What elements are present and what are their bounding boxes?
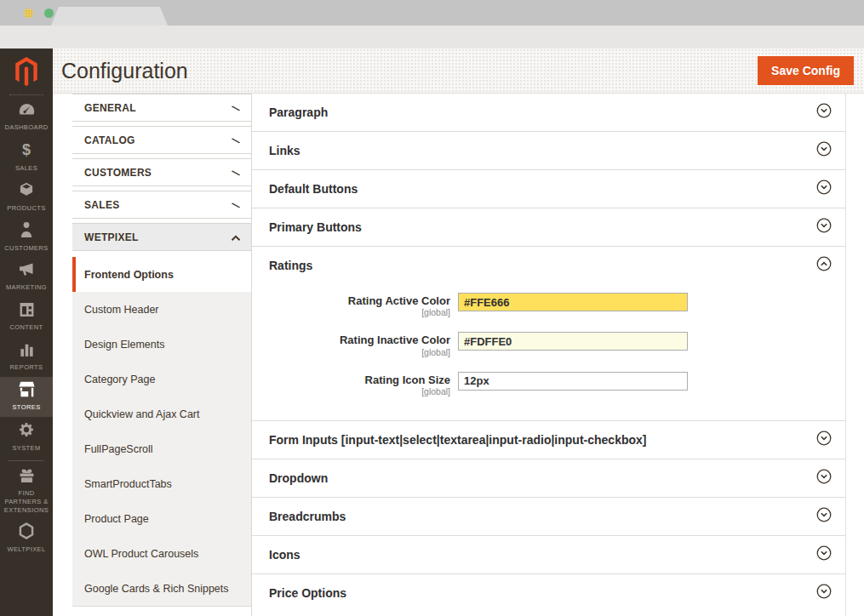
sidebar-item-label: CONTENT bbox=[9, 323, 43, 332]
weltpixel-icon bbox=[19, 522, 34, 543]
accordion-section: Icons bbox=[252, 536, 845, 574]
field-scope-label: [global] bbox=[269, 307, 450, 317]
accordion-header-default-buttons[interactable]: Default Buttons bbox=[252, 170, 845, 208]
sidebar-divider bbox=[9, 94, 43, 95]
accordion-section: Default Buttons bbox=[252, 170, 845, 208]
accordion-header-primary-buttons[interactable]: Primary Buttons bbox=[252, 208, 845, 246]
main-area: Configuration Save Config GENERALCATALOG… bbox=[53, 48, 864, 616]
field-label: Rating Active Color[global] bbox=[269, 293, 450, 317]
browser-chrome bbox=[0, 0, 864, 26]
accordion-header-breadcrumbs[interactable]: Breadcrumbs bbox=[252, 498, 845, 535]
config-nav-item-quickview-and-ajax-cart[interactable]: Quickview and Ajax Cart bbox=[72, 396, 251, 431]
chevron-up-icon bbox=[231, 230, 241, 245]
magento-admin: DASHBOARD$SALESPRODUCTSCUSTOMERSMARKETIN… bbox=[0, 48, 864, 616]
chevron-down-icon bbox=[231, 165, 241, 180]
sidebar-item-label: SYSTEM bbox=[12, 444, 40, 453]
accordion-title: Ratings bbox=[269, 259, 312, 272]
sidebar-item-label: FIND PARTNERS & EXTENSIONS bbox=[2, 489, 51, 515]
page-title: Configuration bbox=[61, 59, 188, 83]
config-nav-item-product-page[interactable]: Product Page bbox=[72, 501, 251, 536]
window-minimize-button[interactable] bbox=[24, 9, 33, 18]
chevron-down-icon bbox=[231, 197, 241, 213]
field-label-text: Rating Active Color bbox=[269, 295, 450, 307]
config-nav-item-design-elements[interactable]: Design Elements bbox=[72, 327, 251, 362]
field-scope-label: [global] bbox=[269, 386, 450, 396]
expand-circle-icon[interactable] bbox=[816, 507, 832, 526]
accordion-title: Form Inputs [input-text|select|textarea|… bbox=[269, 433, 646, 447]
field-input-rating-active-color[interactable] bbox=[458, 293, 688, 311]
accordion-section: Price Options bbox=[252, 574, 845, 612]
field-label-text: Rating Inactive Color bbox=[269, 334, 450, 346]
sidebar-item-find-partners[interactable]: FIND PARTNERS & EXTENSIONS bbox=[0, 465, 53, 518]
accordion-title: Breadcrumbs bbox=[269, 510, 346, 523]
collapse-circle-icon[interactable] bbox=[816, 256, 832, 275]
field-input-rating-icon-size[interactable] bbox=[458, 372, 688, 391]
save-config-button[interactable]: Save Config bbox=[758, 56, 854, 85]
sidebar-item-products[interactable]: PRODUCTS bbox=[0, 177, 53, 217]
form-field-row: Rating Inactive Color[global] bbox=[269, 332, 828, 356]
accordion-header-dropdown[interactable]: Dropdown bbox=[252, 459, 845, 497]
config-nav-item-owl-product-carousels[interactable]: OWL Product Carousels bbox=[72, 536, 251, 571]
workspace: GENERALCATALOGCUSTOMERSSALESWETPIXELFron… bbox=[53, 94, 864, 616]
page-header: Configuration Save Config bbox=[53, 48, 864, 94]
accordion-header-links[interactable]: Links bbox=[252, 132, 845, 169]
sidebar-item-stores[interactable]: STORES bbox=[0, 377, 53, 417]
config-nav-section-catalog[interactable]: CATALOG bbox=[72, 126, 251, 154]
accordion-header-ratings[interactable]: Ratings bbox=[252, 247, 845, 284]
accordion-header-paragraph[interactable]: Paragraph bbox=[252, 94, 845, 131]
config-nav-item-custom-header[interactable]: Custom Header bbox=[72, 292, 251, 327]
expand-circle-icon[interactable] bbox=[816, 218, 832, 237]
accordion-header-icons[interactable]: Icons bbox=[252, 536, 845, 573]
content-icon bbox=[19, 302, 35, 321]
config-nav-item-google-cards-rich-snippets[interactable]: Google Cards & Rich Snippets bbox=[72, 571, 251, 606]
sidebar-item-sales[interactable]: $SALES bbox=[0, 137, 53, 177]
magento-logo-icon[interactable] bbox=[0, 48, 53, 88]
expand-circle-icon[interactable] bbox=[816, 180, 832, 198]
browser-tab[interactable] bbox=[51, 7, 168, 26]
accordion-title: Links bbox=[269, 144, 300, 157]
accordion-section: Links bbox=[252, 132, 845, 170]
accordion-section: Paragraph bbox=[252, 94, 845, 132]
accordion-section: RatingsRating Active Color[global]Rating… bbox=[252, 247, 845, 421]
sidebar-item-system[interactable]: SYSTEM bbox=[0, 417, 53, 457]
config-nav-section-customers[interactable]: CUSTOMERS bbox=[72, 158, 251, 186]
field-label: Rating Icon Size[global] bbox=[269, 372, 450, 396]
expand-circle-icon[interactable] bbox=[816, 431, 832, 449]
accordion-title: Default Buttons bbox=[269, 182, 358, 196]
form-field-row: Rating Icon Size[global] bbox=[269, 372, 828, 396]
accordion-section: Form Inputs [input-text|select|textarea|… bbox=[252, 421, 845, 459]
expand-circle-icon[interactable] bbox=[816, 103, 832, 122]
config-nav-section-general[interactable]: GENERAL bbox=[72, 94, 251, 122]
config-nav-item-category-page[interactable]: Category Page bbox=[72, 362, 251, 396]
config-nav-item-smartproducttabs[interactable]: SmartProductTabs bbox=[72, 466, 251, 501]
chevron-down-icon bbox=[231, 100, 241, 116]
customers-icon bbox=[20, 221, 33, 242]
accordion-section: Primary Buttons bbox=[252, 208, 845, 247]
accordion-title: Price Options bbox=[269, 586, 346, 600]
accordion-header-price-options[interactable]: Price Options bbox=[252, 574, 845, 612]
config-nav-section-sales[interactable]: SALES bbox=[72, 191, 251, 219]
expand-circle-icon[interactable] bbox=[816, 584, 832, 602]
config-nav-item-fullpagescroll[interactable]: FullPageScroll bbox=[72, 431, 251, 466]
sidebar-item-customers[interactable]: CUSTOMERS bbox=[0, 217, 53, 257]
config-nav-item-frontend-options[interactable]: Frontend Options bbox=[72, 257, 251, 292]
sidebar-item-weltpixel[interactable]: WELTPIXEL bbox=[0, 518, 53, 558]
form-field-row: Rating Active Color[global] bbox=[269, 293, 828, 317]
svg-text:$: $ bbox=[22, 141, 31, 158]
expand-circle-icon[interactable] bbox=[816, 469, 832, 488]
config-nav-section-wetpixel[interactable]: WETPIXEL bbox=[72, 223, 251, 251]
field-input-rating-inactive-color[interactable] bbox=[458, 332, 688, 351]
sidebar-item-content[interactable]: CONTENT bbox=[0, 297, 53, 337]
sidebar-menu: DASHBOARD$SALESPRODUCTSCUSTOMERSMARKETIN… bbox=[0, 97, 53, 558]
products-icon bbox=[18, 181, 35, 202]
dashboard-icon bbox=[18, 102, 36, 121]
expand-circle-icon[interactable] bbox=[816, 141, 832, 160]
sidebar-item-marketing[interactable]: MARKETING bbox=[0, 257, 53, 297]
sidebar-item-dashboard[interactable]: DASHBOARD bbox=[0, 97, 53, 137]
marketing-icon bbox=[18, 262, 35, 281]
window-maximize-button[interactable] bbox=[44, 9, 54, 18]
expand-circle-icon[interactable] bbox=[816, 545, 832, 564]
sidebar-item-reports[interactable]: REPORTS bbox=[0, 337, 53, 377]
sales-icon: $ bbox=[19, 141, 34, 162]
accordion-header-form-inputs-input-text-select-textarea-i[interactable]: Form Inputs [input-text|select|textarea|… bbox=[252, 421, 845, 459]
